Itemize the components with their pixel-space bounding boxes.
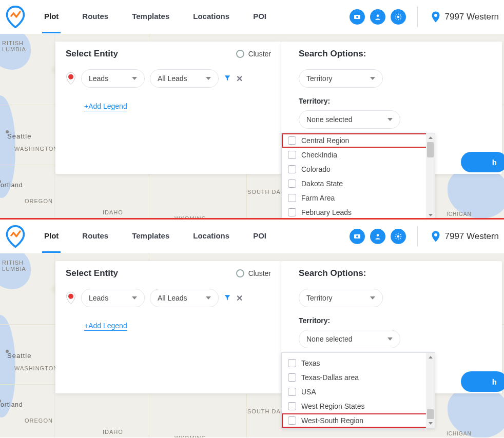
settings-button[interactable]: [391, 9, 406, 25]
map-mode-button[interactable]: [350, 229, 365, 244]
search-options-title: Search Options:: [299, 49, 484, 59]
add-legend-link[interactable]: +Add Legend: [84, 322, 127, 331]
territory-option[interactable]: Texas: [282, 356, 435, 370]
map-label: OREGON: [25, 198, 53, 204]
search-options-title: Search Options:: [299, 268, 484, 278]
territory-option[interactable]: Farm Area: [282, 191, 435, 205]
scroll-up-button[interactable]: [426, 353, 435, 362]
current-address: 7997 Western: [444, 12, 499, 22]
user-button[interactable]: [370, 229, 385, 244]
current-location[interactable]: 7997 Western: [431, 11, 499, 23]
svg-rect-24: [400, 234, 401, 235]
checkbox-icon[interactable]: [288, 402, 296, 410]
scrollbar[interactable]: [426, 353, 435, 428]
svg-point-17: [397, 235, 400, 238]
nav-tab-plot[interactable]: Plot: [42, 1, 61, 33]
map-label: IDAHO: [103, 209, 123, 215]
svg-rect-22: [396, 234, 397, 235]
entity-filter-dropdown[interactable]: All Leads: [150, 69, 219, 88]
territory-option-label: Texas-Dallas area: [301, 373, 359, 382]
territory-option-label: West Region States: [301, 402, 364, 410]
nav-tab-routes[interactable]: Routes: [80, 1, 110, 33]
territory-option[interactable]: Colorado: [282, 162, 435, 176]
app-logo[interactable]: [4, 225, 27, 248]
add-legend-link[interactable]: +Add Legend: [84, 102, 127, 111]
svg-rect-23: [400, 238, 401, 239]
territory-dropdown[interactable]: None selected: [299, 110, 400, 129]
settings-button[interactable]: [391, 229, 406, 244]
territory-option[interactable]: Central Region: [282, 133, 435, 148]
svg-rect-21: [401, 236, 402, 236]
pin-icon: [66, 291, 76, 305]
territory-option[interactable]: West-South Region: [282, 413, 435, 428]
territory-option[interactable]: x: [282, 352, 435, 356]
entity-filter-dropdown[interactable]: All Leads: [150, 289, 219, 307]
gear-icon: [395, 233, 402, 240]
nav-tab-locations[interactable]: Locations: [191, 220, 231, 253]
search-button[interactable]: h: [461, 152, 504, 172]
checkbox-icon[interactable]: [288, 136, 296, 145]
territory-option-label: Central Region: [301, 136, 349, 145]
checkbox-icon[interactable]: [288, 151, 296, 159]
territory-option-label: Farm Area: [301, 194, 335, 202]
map-label: IDAHO: [103, 429, 123, 435]
territory-option[interactable]: February Leads: [282, 205, 435, 218]
map-canvas[interactable]: RITISH LUMBIA Seattle WASHINGTON ortland…: [0, 253, 504, 437]
map-canvas[interactable]: RITISH LUMBIA Seattle WASHINGTON ortland…: [0, 34, 504, 218]
select-entity-title: Select Entity: [66, 49, 118, 59]
scroll-thumb[interactable]: [427, 142, 434, 157]
search-by-dropdown[interactable]: Territory: [299, 69, 383, 88]
cluster-radio[interactable]: Cluster: [236, 269, 271, 277]
clear-icon[interactable]: ✕: [236, 74, 243, 84]
nav-tab-poi[interactable]: POI: [251, 1, 268, 33]
search-button[interactable]: h: [461, 371, 504, 392]
scrollbar[interactable]: [426, 133, 435, 218]
checkbox-icon[interactable]: [288, 373, 296, 382]
filter-icon[interactable]: [224, 74, 231, 82]
map-mode-button[interactable]: [350, 9, 365, 25]
search-options-panel: Search Options: Territory Territory: Non…: [281, 261, 502, 393]
nav-tab-templates[interactable]: Templates: [130, 1, 171, 33]
svg-rect-10: [400, 14, 401, 15]
checkbox-icon[interactable]: [288, 208, 296, 216]
checkbox-icon[interactable]: [288, 194, 296, 202]
select-entity-panel: Select Entity Cluster Leads All Leads ✕ …: [55, 261, 281, 393]
territory-option[interactable]: West Region States: [282, 399, 435, 413]
territory-section-label: Territory:: [299, 316, 484, 325]
svg-point-27: [68, 294, 73, 299]
user-button[interactable]: [370, 9, 385, 25]
current-address: 7997 Western: [444, 231, 499, 242]
nav-tab-poi[interactable]: POI: [251, 220, 268, 253]
checkbox-icon[interactable]: [288, 388, 296, 396]
territory-option-label: West-South Region: [301, 416, 363, 425]
territory-dropdown-panel: x Texas Texas-Dallas area USA West Regio…: [281, 352, 435, 428]
checkbox-icon[interactable]: [288, 180, 296, 188]
nav-tab-plot[interactable]: Plot: [42, 220, 61, 253]
territory-option-label: USA: [301, 388, 316, 396]
nav-tab-templates[interactable]: Templates: [130, 220, 171, 253]
map-label: RITISH LUMBIA: [2, 40, 26, 52]
scroll-down-button[interactable]: [426, 419, 435, 428]
territory-option[interactable]: Texas-Dallas area: [282, 370, 435, 385]
map-label: Seattle: [7, 132, 31, 140]
territory-option[interactable]: Dakota State: [282, 176, 435, 191]
filter-icon[interactable]: [224, 294, 231, 301]
search-by-dropdown[interactable]: Territory: [299, 289, 383, 307]
territory-dropdown[interactable]: None selected: [299, 330, 400, 348]
entity-type-dropdown[interactable]: Leads: [81, 69, 145, 88]
nav-tab-locations[interactable]: Locations: [191, 1, 231, 33]
checkbox-icon[interactable]: [288, 359, 296, 367]
cluster-radio[interactable]: Cluster: [236, 50, 271, 58]
scroll-up-button[interactable]: [426, 133, 435, 142]
current-location[interactable]: 7997 Western: [431, 230, 499, 243]
territory-option[interactable]: USA: [282, 385, 435, 399]
map-label: Seattle: [7, 352, 31, 360]
checkbox-icon[interactable]: [288, 416, 296, 425]
nav-tab-routes[interactable]: Routes: [80, 220, 110, 253]
territory-option[interactable]: CheckIndia: [282, 148, 435, 162]
entity-type-dropdown[interactable]: Leads: [81, 289, 145, 307]
scroll-down-button[interactable]: [426, 211, 435, 218]
checkbox-icon[interactable]: [288, 165, 296, 173]
clear-icon[interactable]: ✕: [236, 293, 243, 303]
app-logo[interactable]: [4, 6, 27, 28]
